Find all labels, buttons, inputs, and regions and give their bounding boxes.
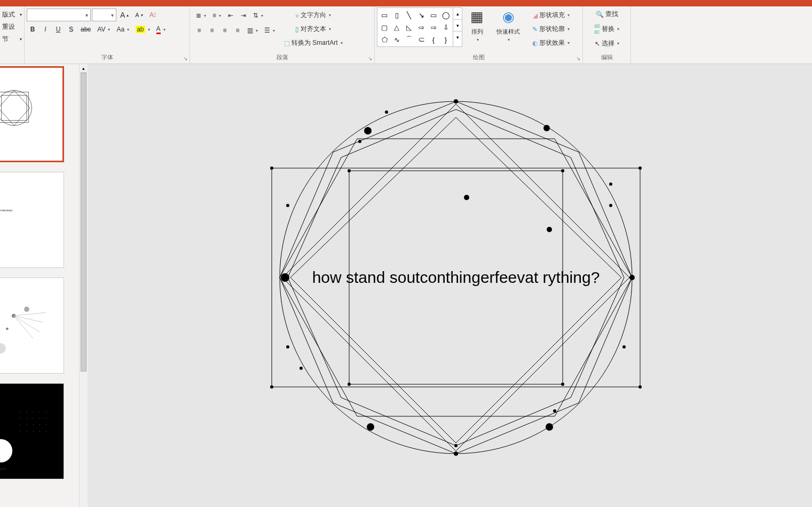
vertical-textbox-shape[interactable]: ▯ bbox=[391, 9, 403, 21]
align-right-button[interactable]: ≡ bbox=[219, 25, 231, 36]
svg-line-8 bbox=[14, 316, 43, 322]
svg-point-23 bbox=[26, 424, 27, 425]
svg-point-11 bbox=[0, 343, 6, 354]
arrange-button[interactable]: ▦排列▾ bbox=[466, 7, 488, 43]
svg-point-56 bbox=[638, 385, 642, 389]
arrow-line-shape[interactable]: ↘ bbox=[415, 9, 427, 21]
shape-fill-button[interactable]: ◢形状填充▾ bbox=[529, 9, 573, 22]
textbox-shape[interactable]: ▭ bbox=[379, 9, 390, 21]
freeform-shape[interactable]: ⬠ bbox=[379, 34, 390, 45]
line-shape[interactable]: ╲ bbox=[403, 9, 415, 21]
text-direction-button[interactable]: ⟐文字方向▾ bbox=[281, 9, 346, 22]
svg-point-51 bbox=[464, 195, 469, 200]
title-bar bbox=[0, 0, 812, 6]
shadow-button[interactable]: S bbox=[65, 23, 77, 35]
svg-rect-0 bbox=[2, 96, 27, 121]
numbering-button[interactable]: ≡▾ bbox=[210, 10, 224, 21]
replace-button[interactable]: abac替换▾ bbox=[585, 21, 628, 37]
svg-point-63 bbox=[609, 204, 612, 207]
svg-point-19 bbox=[33, 418, 33, 418]
highlight-button[interactable]: ab▾ bbox=[133, 23, 152, 35]
brace-left-shape[interactable]: { bbox=[428, 34, 439, 45]
layout-button[interactable]: 版式▾ bbox=[1, 9, 23, 21]
shapes-up-button[interactable]: ▴ bbox=[453, 8, 462, 20]
font-color-button[interactable]: A▾ bbox=[154, 23, 168, 35]
italic-button[interactable]: I bbox=[40, 23, 51, 35]
grow-font-button[interactable]: A▴ bbox=[117, 9, 131, 21]
shrink-font-button[interactable]: A▾ bbox=[132, 9, 145, 21]
distribute-button[interactable]: ☰▾ bbox=[262, 25, 278, 36]
svg-line-10 bbox=[14, 313, 46, 316]
font-group-label: 字体 bbox=[25, 52, 190, 64]
svg-point-61 bbox=[358, 140, 361, 143]
thumb-scrollbar[interactable]: ▴ bbox=[79, 64, 88, 507]
svg-point-45 bbox=[543, 125, 550, 131]
svg-point-48 bbox=[630, 276, 634, 279]
char-spacing-button[interactable]: AV▾ bbox=[94, 23, 113, 35]
svg-point-22 bbox=[20, 424, 20, 425]
slide-editor[interactable]: how stand soutconthingerfeevat rything? bbox=[88, 64, 812, 507]
svg-point-58 bbox=[561, 169, 564, 172]
bullets-button[interactable]: ≣▾ bbox=[193, 10, 209, 21]
brace-right-shape[interactable]: } bbox=[440, 34, 452, 45]
scroll-up-button[interactable]: ▴ bbox=[80, 64, 88, 73]
left-arrow-shape[interactable]: ⇨ bbox=[428, 21, 439, 33]
line-spacing-button[interactable]: ⇅▾ bbox=[250, 10, 266, 21]
slide-artwork[interactable]: how stand soutconthingerfeevat rything? bbox=[269, 91, 643, 464]
strikethrough-button[interactable]: abc bbox=[78, 23, 93, 35]
scribble-shape[interactable]: ∿ bbox=[391, 34, 403, 45]
change-case-button[interactable]: Aa▾ bbox=[114, 23, 132, 35]
decrease-indent-button[interactable]: ⇤ bbox=[225, 10, 236, 21]
smartart-button[interactable]: ⬚转换为 SmartArt▾ bbox=[281, 36, 346, 50]
curve-shape[interactable]: ⌒ bbox=[403, 34, 415, 45]
connector-shape[interactable]: ⸦ bbox=[415, 34, 427, 45]
shapes-gallery[interactable]: ▭ ▯ ╲ ↘ ▭ ◯ ▢ △ ◺ ⇨ ⇨ ⇩ ⬠ ∿ ⌒ ⸦ { bbox=[377, 7, 462, 47]
slide-main-text[interactable]: how stand soutconthingerfeevat rything? bbox=[312, 268, 600, 286]
shapes-down-button[interactable]: ▾ bbox=[453, 20, 462, 31]
rectangle-shape[interactable]: ▭ bbox=[428, 9, 439, 21]
svg-line-7 bbox=[14, 316, 40, 332]
slide-thumb-2[interactable]: ur intention bbox=[0, 172, 64, 268]
slide-thumb-3[interactable] bbox=[0, 278, 64, 374]
rounded-rect-shape[interactable]: ▢ bbox=[379, 21, 390, 33]
section-button[interactable]: 节▾ bbox=[1, 33, 23, 45]
down-arrow-shape[interactable]: ⇩ bbox=[440, 21, 452, 33]
paragraph-launcher[interactable]: ↘ bbox=[368, 56, 372, 61]
reset-button[interactable]: 重设 bbox=[1, 21, 23, 33]
drawing-launcher[interactable]: ↘ bbox=[576, 56, 580, 61]
drawing-group: ▭ ▯ ╲ ↘ ▭ ◯ ▢ △ ◺ ⇨ ⇨ ⇩ ⬠ ∿ ⌒ ⸦ { bbox=[375, 6, 583, 64]
find-button[interactable]: 🔍查找 bbox=[585, 7, 628, 21]
font-size-combo[interactable]: ▾ bbox=[92, 9, 116, 21]
font-launcher[interactable]: ↘ bbox=[183, 56, 187, 61]
shape-effects-button[interactable]: ◐形状效果▾ bbox=[529, 36, 573, 50]
svg-point-49 bbox=[367, 423, 374, 431]
scroll-thumb[interactable] bbox=[81, 73, 86, 371]
svg-point-13 bbox=[26, 411, 27, 412]
shapes-more-button[interactable]: ▾ bbox=[453, 31, 462, 43]
bold-button[interactable]: B bbox=[27, 23, 38, 35]
underline-button[interactable]: U bbox=[52, 23, 64, 35]
triangle-shape[interactable]: △ bbox=[391, 21, 403, 33]
shape-outline-button[interactable]: ✎形状轮廓▾ bbox=[529, 22, 573, 36]
right-arrow-shape[interactable]: ⇨ bbox=[415, 21, 427, 33]
columns-button[interactable]: ▥▾ bbox=[245, 25, 261, 36]
align-text-button[interactable]: ▯对齐文本▾ bbox=[281, 22, 346, 36]
clear-format-button[interactable]: A⃠ bbox=[147, 9, 159, 21]
font-name-combo[interactable]: ▾ bbox=[27, 9, 91, 21]
align-left-button[interactable]: ≡ bbox=[193, 25, 205, 36]
svg-point-24 bbox=[33, 424, 33, 425]
justify-button[interactable]: ≡ bbox=[232, 25, 243, 36]
oval-shape[interactable]: ◯ bbox=[440, 9, 452, 21]
svg-point-12 bbox=[20, 411, 20, 412]
scroll-track[interactable] bbox=[80, 73, 88, 507]
svg-line-9 bbox=[14, 316, 34, 339]
svg-point-16 bbox=[46, 411, 46, 412]
right-triangle-shape[interactable]: ◺ bbox=[403, 21, 415, 33]
slide-thumb-4[interactable]: keeping bbox=[0, 383, 64, 479]
select-button[interactable]: ↖选择▾ bbox=[585, 37, 628, 50]
slide-thumb-1[interactable] bbox=[0, 66, 64, 162]
increase-indent-button[interactable]: ⇥ bbox=[238, 10, 249, 21]
quick-styles-button[interactable]: ◉快速样式▾ bbox=[492, 7, 525, 43]
editing-group-label: 编辑 bbox=[583, 52, 630, 64]
align-center-button[interactable]: ≡ bbox=[206, 25, 218, 36]
